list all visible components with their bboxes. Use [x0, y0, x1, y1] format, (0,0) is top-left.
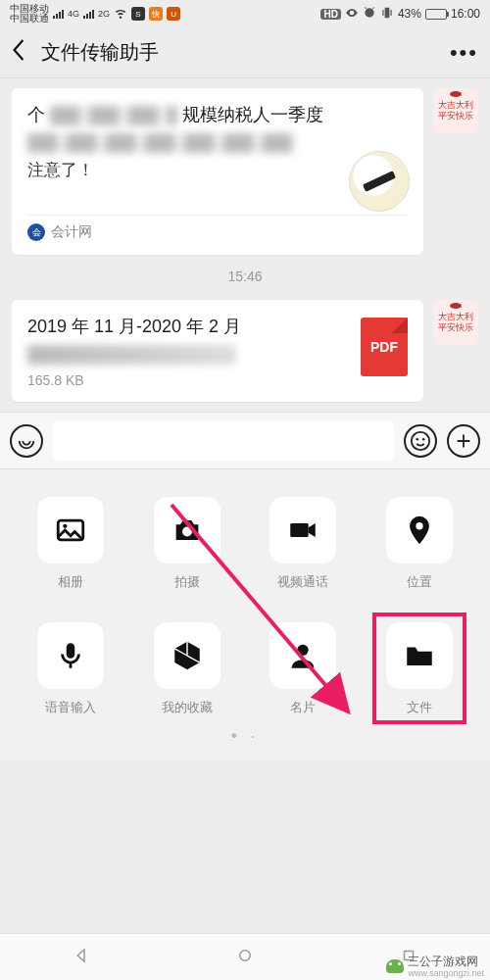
- article-thumb: [349, 151, 410, 212]
- source-name: 会计网: [51, 223, 92, 241]
- voice-toggle-button[interactable]: [10, 424, 43, 458]
- svg-point-1: [416, 438, 419, 441]
- file-size: 165.8 KB: [27, 372, 408, 388]
- attachment-panel: 相册 拍摄 视频通话 位置 语音输入 我的收藏 名片: [0, 468, 490, 760]
- folder-icon: [403, 639, 436, 672]
- hd-badge: HD: [320, 9, 340, 20]
- watermark-text: 三公子游戏网: [408, 955, 478, 968]
- avatar[interactable]: 大吉大利平安快乐: [433, 88, 478, 133]
- svg-point-7: [416, 522, 422, 529]
- svg-point-2: [422, 438, 425, 441]
- image-icon: [54, 514, 87, 547]
- pdf-icon: PDF: [361, 318, 408, 376]
- panel-item-video-call[interactable]: 视频通话: [250, 497, 357, 591]
- clock-time: 16:00: [451, 7, 480, 21]
- avatar[interactable]: 大吉大利平安快乐: [433, 300, 478, 345]
- battery-pct: 43%: [398, 7, 421, 21]
- svg-point-0: [412, 432, 429, 450]
- watermark-url: www.sangongzi.net: [408, 968, 484, 978]
- panel-item-camera[interactable]: 拍摄: [134, 497, 241, 591]
- svg-rect-8: [67, 644, 75, 660]
- battery-icon: [425, 9, 447, 20]
- more-button[interactable]: •••: [450, 40, 478, 66]
- watermark-logo-icon: [386, 959, 404, 973]
- input-bar: [0, 412, 490, 468]
- article-message[interactable]: 个 规模纳税人一季度 注意了！ 会 会计网: [12, 88, 423, 255]
- app-icon-1: S: [131, 7, 145, 21]
- camera-icon: [171, 514, 204, 547]
- app-icon-2: 快: [149, 7, 163, 21]
- app-icon-3: U: [167, 7, 180, 21]
- panel-item-album[interactable]: 相册: [18, 497, 124, 591]
- nav-back-icon[interactable]: [73, 947, 90, 968]
- page-title: 文件传输助手: [37, 39, 450, 66]
- svg-rect-6: [291, 523, 309, 537]
- svg-point-9: [298, 645, 309, 656]
- pager-dots: • ·: [18, 716, 472, 751]
- status-bar: 中国移动 中国联通 4G 2G S 快 U HD 43% 16:00: [0, 0, 490, 27]
- person-icon: [286, 639, 319, 672]
- panel-item-voice[interactable]: 语音输入: [18, 622, 124, 716]
- network-1: 4G: [68, 9, 79, 19]
- svg-point-11: [240, 950, 251, 960]
- panel-item-file[interactable]: 文件: [367, 622, 473, 716]
- plus-button[interactable]: [447, 424, 480, 458]
- chat-area: 个 规模纳税人一季度 注意了！ 会 会计网 大吉大利平安快乐 15:46 201…: [0, 78, 490, 412]
- panel-item-favorites[interactable]: 我的收藏: [134, 622, 241, 716]
- watermark: 三公子游戏网 www.sangongzi.net: [386, 954, 484, 978]
- mic-icon: [54, 639, 87, 672]
- nav-home-icon[interactable]: [236, 947, 254, 968]
- video-icon: [286, 514, 319, 547]
- file-title: 2019 年 11 月-2020 年 2 月: [27, 314, 408, 339]
- panel-item-location[interactable]: 位置: [367, 497, 473, 591]
- eye-icon: [345, 6, 359, 23]
- cube-icon: [171, 639, 204, 672]
- source-icon: 会: [27, 223, 45, 241]
- location-icon: [403, 514, 436, 547]
- alarm-icon: [363, 6, 376, 23]
- vibrate-icon: [380, 6, 394, 23]
- wifi-icon: [114, 6, 127, 23]
- back-button[interactable]: [12, 37, 37, 68]
- chat-header: 文件传输助手 •••: [0, 27, 490, 78]
- timestamp: 15:46: [0, 255, 490, 290]
- signal-icon-2: [83, 10, 94, 19]
- panel-item-contact[interactable]: 名片: [250, 622, 357, 716]
- emoji-button[interactable]: [404, 424, 437, 458]
- svg-point-4: [63, 524, 67, 528]
- svg-point-5: [182, 527, 192, 537]
- signal-icon: [53, 10, 64, 19]
- network-2: 2G: [98, 9, 110, 19]
- carrier-2: 中国联通: [10, 14, 49, 24]
- file-message[interactable]: 2019 年 11 月-2020 年 2 月 165.8 KB PDF: [12, 300, 423, 402]
- message-input[interactable]: [53, 421, 394, 461]
